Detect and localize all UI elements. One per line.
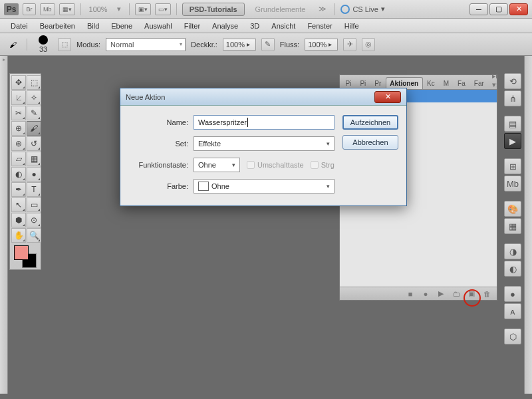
dialog-overlay: Neue Aktion ✕ Name: Wasserspritzer Set: … (0, 0, 532, 399)
dialog-title: Neue Aktion (126, 93, 165, 101)
cancel-button[interactable]: Abbrechen (342, 135, 398, 150)
ctrl-checkbox[interactable]: Strg (311, 161, 334, 169)
fkey-select[interactable]: Ohne▾ (194, 158, 240, 172)
record-button[interactable]: Aufzeichnen (342, 115, 398, 130)
name-input[interactable]: Wasserspritzer (194, 115, 334, 130)
name-label: Name: (128, 118, 188, 126)
farbe-select[interactable]: Ohne▾ (194, 179, 334, 194)
farbe-label: Farbe: (128, 182, 188, 190)
new-action-dialog: Neue Aktion ✕ Name: Wasserspritzer Set: … (120, 88, 407, 206)
set-select[interactable]: Effekte▾ (194, 136, 334, 151)
shift-checkbox[interactable]: Umschalttaste (247, 161, 304, 169)
fkey-label: Funktionstaste: (128, 161, 188, 169)
dialog-close-button[interactable]: ✕ (374, 91, 401, 103)
set-label: Set: (128, 140, 188, 148)
dialog-titlebar[interactable]: Neue Aktion ✕ (120, 88, 406, 106)
